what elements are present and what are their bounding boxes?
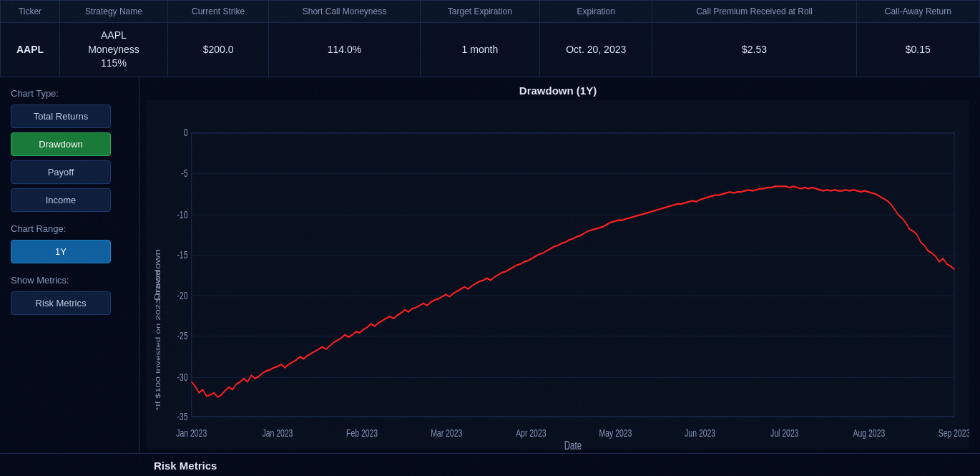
target-exp-value: 1 month [420,23,539,77]
svg-text:-5: -5 [181,167,187,179]
svg-text:Jun 2023: Jun 2023 [685,426,715,438]
svg-text:Sep 2023: Sep 2023 [939,426,969,438]
strategy-value: AAPL Moneyness 115% [59,23,167,77]
sidebar: Chart Type: Total Returns Drawdown Payof… [0,77,139,453]
show-metrics-label: Show Metrics: [11,275,128,286]
svg-text:May 2023: May 2023 [599,426,632,438]
svg-text:Jul 2023: Jul 2023 [770,426,798,438]
svg-text:-25: -25 [177,329,187,341]
call-away-value: $0.15 [856,23,979,77]
moneyness-value: 114.0% [269,23,421,77]
svg-text:-20: -20 [177,288,187,301]
svg-text:Date: Date [564,439,582,450]
svg-text:Jan 2023: Jan 2023 [262,426,293,438]
strike-value: $200.0 [167,23,268,77]
svg-text:*If $100 Invested on 2023-01-0: *If $100 Invested on 2023-01-03 [154,270,161,410]
chart-container: Drawdown *If $100 Invested on 2023-01-03… [147,100,969,450]
chart-type-label: Chart Type: [11,88,128,99]
main-content: Chart Type: Total Returns Drawdown Payof… [0,77,980,453]
col-expiration: Expiration [539,1,652,23]
svg-text:-10: -10 [177,208,187,220]
chart-area: Drawdown (1Y) Drawdown *If $100 Invested… [139,77,980,453]
svg-text:0: 0 [184,126,188,138]
col-moneyness: Short Call Moneyness [269,1,421,23]
svg-text:-15: -15 [177,248,187,261]
svg-text:Aug 2023: Aug 2023 [853,426,886,438]
chart-title: Drawdown (1Y) [147,84,969,97]
risk-metrics-title: Risk Metrics [154,460,969,472]
svg-text:-30: -30 [177,371,187,383]
ticker-value: AAPL [1,23,60,77]
col-call-premium: Call Premium Received at Roll [652,1,856,23]
header-table: Ticker Strategy Name Current Strike Shor… [0,0,980,77]
svg-rect-0 [147,100,969,450]
range-1y-button[interactable]: 1Y [11,240,111,263]
payoff-button[interactable]: Payoff [11,160,111,184]
total-returns-button[interactable]: Total Returns [11,105,111,128]
col-strategy: Strategy Name [59,1,167,23]
expiration-value: Oct. 20, 2023 [539,23,652,77]
col-strike: Current Strike [167,1,268,23]
col-ticker: Ticker [1,1,60,23]
col-target-exp: Target Expiration [420,1,539,23]
risk-metrics-button[interactable]: Risk Metrics [11,291,111,315]
svg-text:Jan 2023: Jan 2023 [176,426,207,438]
drawdown-button[interactable]: Drawdown [11,132,111,156]
svg-text:Mar 2023: Mar 2023 [431,426,462,438]
svg-text:Feb 2023: Feb 2023 [346,426,378,438]
risk-metrics-section: Risk Metrics Downside Risk 0.19 % Max Dr… [0,453,980,476]
drawdown-chart: Drawdown *If $100 Invested on 2023-01-03… [147,100,969,450]
income-button[interactable]: Income [11,188,111,212]
col-call-away: Call-Away Return [856,1,979,23]
call-premium-value: $2.53 [652,23,856,77]
svg-text:Apr 2023: Apr 2023 [516,426,546,438]
svg-text:-35: -35 [177,410,187,422]
chart-range-label: Chart Range: [11,223,128,234]
